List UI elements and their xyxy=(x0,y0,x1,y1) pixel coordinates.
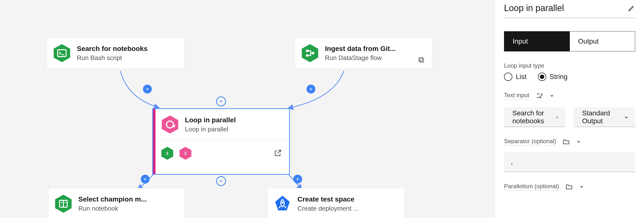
svg-text:2: 2 xyxy=(166,151,168,156)
separator-label: Separator (optional) xyxy=(504,138,556,145)
svg-text:2: 2 xyxy=(184,151,187,156)
flow-icon xyxy=(300,44,320,63)
radio-list[interactable]: List xyxy=(504,73,526,81)
node-subtitle: Run DataStage flow xyxy=(325,54,396,62)
radio-unchecked-icon xyxy=(504,73,512,81)
add-node-on-edge-button[interactable] xyxy=(306,85,315,93)
pipeline-canvas[interactable]: Search for notebooks Run Bash script Ing… xyxy=(0,0,495,218)
node-create-test-space[interactable]: Create test space Create deployment ... xyxy=(267,188,405,218)
node-subtitle: Run Bash script xyxy=(77,54,148,62)
source-output-dropdown[interactable]: Standard Output xyxy=(574,107,635,127)
source-node-dropdown[interactable]: Search for notebooks xyxy=(504,107,566,127)
node-title: Search for notebooks xyxy=(77,45,148,53)
loop-badge-green: 2 xyxy=(160,146,174,160)
node-title: Loop in parallel xyxy=(185,116,236,124)
folder-icon[interactable] xyxy=(566,183,573,190)
node-title: Ingest data from Git... xyxy=(325,45,396,53)
node-select-champion-model[interactable]: Select champion m... Run notebook xyxy=(48,188,185,218)
folder-icon[interactable] xyxy=(562,138,570,145)
node-subtitle: Loop in parallel xyxy=(185,126,236,133)
subflow-icon xyxy=(417,55,425,64)
chevron-down-icon xyxy=(555,114,559,120)
expand-down-icon[interactable] xyxy=(216,176,226,186)
pencil-icon xyxy=(628,5,635,12)
properties-panel: Loop in parallel Input Output Loop input… xyxy=(495,0,644,218)
node-title: Select champion m... xyxy=(78,195,147,203)
radio-list-label: List xyxy=(516,73,526,81)
svg-marker-7 xyxy=(162,116,178,133)
radio-string[interactable]: String xyxy=(538,73,568,81)
svg-point-19 xyxy=(282,201,284,203)
notebook-icon xyxy=(54,194,73,213)
panel-title: Loop in parallel xyxy=(504,3,564,13)
separator-input[interactable] xyxy=(504,152,635,172)
add-node-on-edge-button[interactable] xyxy=(143,85,152,93)
loop-badge-pink: 2 xyxy=(178,146,192,160)
node-subtitle: Run notebook xyxy=(78,205,147,212)
text-input-label: Text input xyxy=(504,92,529,99)
rocket-icon xyxy=(273,194,292,213)
node-title: Create test space xyxy=(298,195,358,203)
terminal-icon xyxy=(52,44,72,63)
loop-icon xyxy=(160,115,180,134)
chevron-down-icon[interactable] xyxy=(550,93,554,98)
radio-string-label: String xyxy=(550,73,568,81)
tab-input[interactable]: Input xyxy=(504,32,570,51)
collapse-up-icon[interactable] xyxy=(216,96,226,106)
parallelism-label: Parallelism (optional) xyxy=(504,183,559,190)
node-ingest-data-from-git[interactable]: Ingest data from Git... Run DataStage fl… xyxy=(295,37,432,69)
open-external-icon[interactable] xyxy=(273,149,282,157)
loop-input-type-label: Loop input type xyxy=(504,62,635,69)
chevron-down-icon[interactable] xyxy=(579,184,584,189)
svg-marker-3 xyxy=(302,44,318,62)
node-subtitle: Create deployment ... xyxy=(298,205,358,212)
add-node-on-edge-button[interactable] xyxy=(293,175,302,184)
edit-title-button[interactable] xyxy=(628,5,635,12)
node-search-for-notebooks[interactable]: Search for notebooks Run Bash script xyxy=(47,37,184,69)
svg-marker-0 xyxy=(54,44,70,62)
node-loop-in-parallel[interactable]: Loop in parallel Loop in parallel 2 2 xyxy=(152,108,290,175)
source-output-value: Standard Output xyxy=(582,109,624,125)
tab-output[interactable]: Output xyxy=(570,32,635,51)
chevron-down-icon xyxy=(624,114,629,120)
add-node-on-edge-button[interactable] xyxy=(141,175,150,184)
variable-picker-icon[interactable] xyxy=(536,92,543,99)
source-node-value: Search for notebooks xyxy=(512,109,555,125)
radio-checked-icon xyxy=(538,73,546,81)
io-toggle: Input Output xyxy=(504,31,635,51)
chevron-down-icon[interactable] xyxy=(576,139,581,144)
